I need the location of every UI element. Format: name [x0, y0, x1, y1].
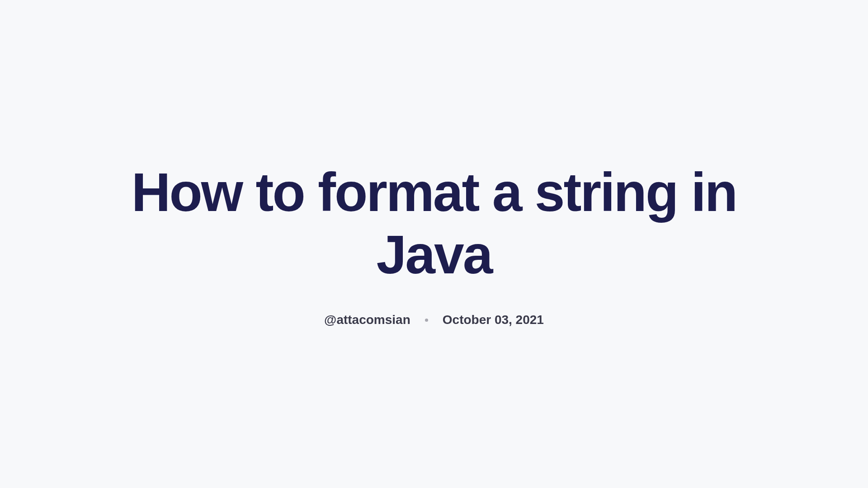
meta-row: @attacomsian October 03, 2021	[118, 313, 750, 327]
author-handle: @attacomsian	[324, 313, 410, 327]
publish-date: October 03, 2021	[443, 313, 544, 327]
page-title: How to format a string in Java	[118, 161, 750, 286]
content-container: How to format a string in Java @attacoms…	[118, 161, 750, 327]
separator-dot-icon	[425, 319, 428, 322]
